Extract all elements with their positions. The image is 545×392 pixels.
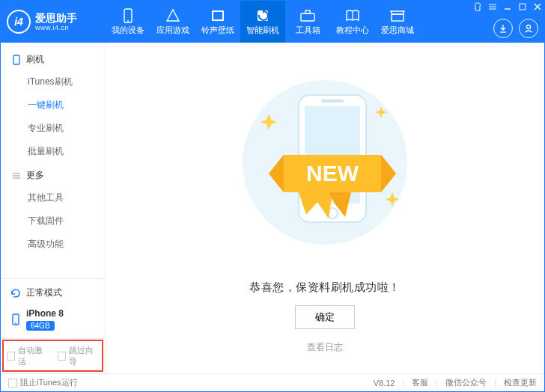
svg-rect-6	[305, 10, 310, 13]
logo-icon: i4	[7, 10, 31, 34]
sidebar-item-oneclick-flash[interactable]: 一键刷机	[1, 94, 105, 117]
sidebar-item-other-tools[interactable]: 其他工具	[1, 186, 105, 209]
flash-icon	[255, 8, 271, 23]
apps-icon	[165, 8, 181, 23]
nav-my-device[interactable]: 我的设备	[106, 1, 150, 43]
nav-label: 爱思商城	[381, 25, 414, 36]
phone-outline-icon	[11, 55, 22, 65]
main-content: NEW 恭喜您，保资料刷机成功啦！ 确定 查看日志	[106, 43, 544, 373]
menu-icon[interactable]	[487, 1, 498, 12]
nav-apps[interactable]: 应用游戏	[150, 1, 195, 43]
window-controls	[472, 1, 543, 13]
block-itunes-checkbox[interactable]: 阻止iTunes运行	[8, 377, 78, 388]
toolbox-icon	[299, 8, 316, 23]
sidebar-group-label: 更多	[26, 169, 44, 182]
sidebar-item-advanced[interactable]: 高级功能	[1, 233, 105, 256]
ribbon-text: NEW	[306, 161, 359, 186]
version-label: V8.12	[374, 379, 395, 388]
sidebar-item-pro-flash[interactable]: 专业刷机	[1, 117, 105, 140]
storage-badge: 64GB	[26, 321, 55, 331]
phone-icon	[120, 8, 136, 23]
flash-options: 自动激活 跳过向导	[1, 338, 105, 373]
device-name: iPhone 8	[26, 308, 64, 319]
book-icon	[344, 8, 361, 23]
app-name: 爱思助手	[35, 12, 77, 24]
svg-rect-18	[13, 55, 19, 64]
view-log-link[interactable]: 查看日志	[307, 341, 343, 354]
maximize-button[interactable]	[517, 1, 528, 12]
svg-point-17	[527, 25, 531, 29]
nav-label: 应用游戏	[156, 25, 189, 36]
wallpaper-icon	[210, 8, 226, 23]
checkbox-icon	[58, 352, 66, 361]
mode-label: 正常模式	[26, 287, 62, 299]
sidebar-group-label: 刷机	[26, 53, 44, 66]
support-link[interactable]: 客服	[412, 377, 428, 388]
success-message: 恭喜您，保资料刷机成功啦！	[249, 281, 401, 295]
app-url: www.i4.cn	[35, 24, 77, 31]
wechat-link[interactable]: 微信公众号	[445, 377, 487, 388]
svg-rect-28	[321, 99, 344, 102]
header-shortcuts	[493, 19, 538, 38]
nav-store[interactable]: 爱思商城	[375, 1, 420, 43]
nav-label: 我的设备	[112, 25, 144, 36]
user-button[interactable]	[519, 19, 538, 38]
checkbox-label: 自动激活	[18, 345, 48, 367]
tshirt-icon[interactable]	[472, 1, 483, 12]
titlebar: i4 爱思助手 www.i4.cn 我的设备 应用游戏	[1, 1, 544, 43]
download-button[interactable]	[493, 19, 513, 38]
sidebar-item-download-firmware[interactable]: 下载固件	[1, 209, 105, 233]
nav-label: 教程中心	[336, 25, 369, 36]
nav-tools[interactable]: 工具箱	[285, 1, 330, 43]
svg-rect-5	[301, 13, 314, 21]
checkbox-label: 阻止iTunes运行	[20, 377, 78, 388]
nav-tutorials[interactable]: 教程中心	[330, 1, 375, 43]
nav-label: 智能刷机	[246, 25, 279, 36]
top-nav: 我的设备 应用游戏 铃声壁纸 智能刷机	[106, 1, 420, 43]
checkbox-icon	[7, 352, 15, 361]
sidebar: 刷机 iTunes刷机 一键刷机 专业刷机 批量刷机 更多 其他工具 下载固件 …	[1, 43, 106, 373]
store-icon	[389, 8, 406, 23]
sidebar-group-more[interactable]: 更多	[1, 165, 105, 186]
svg-rect-8	[392, 14, 404, 21]
sidebar-group-flash[interactable]: 刷机	[1, 49, 105, 70]
sidebar-item-batch-flash[interactable]: 批量刷机	[1, 140, 105, 163]
svg-rect-3	[213, 12, 222, 19]
device-row[interactable]: iPhone 8 64GB	[1, 304, 105, 335]
close-button[interactable]	[532, 1, 543, 12]
nav-flash[interactable]: 智能刷机	[240, 1, 285, 43]
check-update-link[interactable]: 检查更新	[504, 377, 537, 388]
success-illustration: NEW	[118, 50, 532, 275]
status-bar: 阻止iTunes运行 V8.12 | 客服 | 微信公众号 | 检查更新	[1, 373, 544, 391]
list-icon	[11, 171, 22, 181]
svg-rect-13	[520, 4, 526, 10]
mode-row[interactable]: 正常模式	[1, 282, 105, 304]
svg-point-1	[127, 20, 129, 22]
ok-button[interactable]: 确定	[295, 305, 355, 329]
svg-point-23	[15, 322, 16, 324]
checkbox-icon	[8, 379, 17, 388]
nav-label: 工具箱	[296, 25, 320, 36]
logo: i4 爱思助手 www.i4.cn	[1, 10, 106, 34]
device-icon	[10, 313, 22, 325]
nav-label: 铃声壁纸	[201, 25, 234, 36]
nav-ringtones[interactable]: 铃声壁纸	[195, 1, 240, 43]
auto-activate-checkbox[interactable]: 自动激活	[7, 345, 49, 367]
minimize-button[interactable]	[502, 1, 513, 12]
refresh-icon	[10, 287, 22, 299]
checkbox-label: 跳过向导	[69, 345, 99, 367]
sidebar-item-itunes-flash[interactable]: iTunes刷机	[1, 70, 105, 94]
skip-setup-checkbox[interactable]: 跳过向导	[58, 345, 100, 367]
